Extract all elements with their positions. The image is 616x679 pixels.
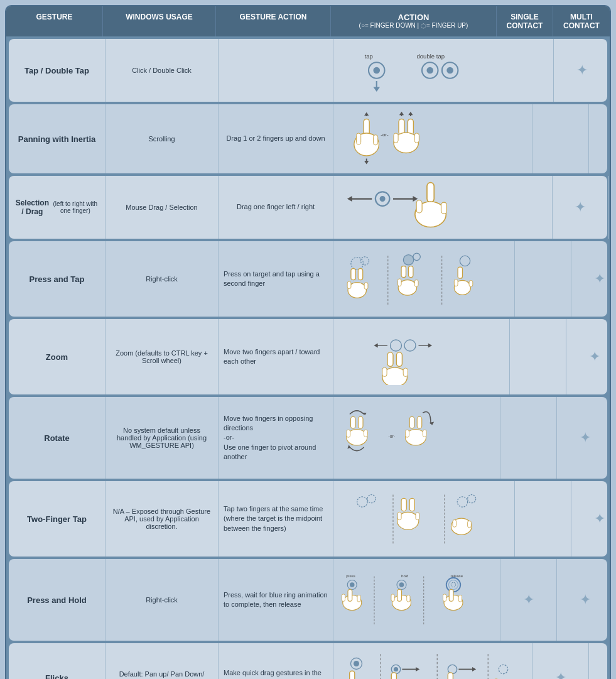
gesture-name: Panning with Inertia [9,104,105,173]
multi-contact: ✦ [566,319,611,394]
table-row: Two-Finger Tap N/A – Exposed through Ges… [9,481,607,557]
svg-rect-124 [350,671,355,679]
svg-rect-52 [414,280,418,287]
gesture-action [219,39,333,102]
star-icon: ✦ [576,62,588,79]
svg-rect-96 [453,520,457,527]
gesture-name: Press and Tap [9,241,105,317]
table-header: GESTURE WINDOWS USAGE GESTURE ACTION ACT… [6,6,610,36]
svg-rect-97 [468,521,472,528]
svg-rect-37 [441,202,447,214]
svg-point-38 [351,258,364,270]
svg-rect-12 [357,133,361,144]
gesture-table: GESTURE WINDOWS USAGE GESTURE ACTION ACT… [5,5,611,679]
svg-point-108 [399,582,404,587]
gesture-action: Drag one finger left / right [219,176,333,239]
svg-rect-22 [394,133,398,143]
multi-contact: ✦ [589,104,611,173]
table-row: Flicks Default: Pan up/ Pan Down/ Back, … [9,643,607,679]
gesture-action: Make quick drag gestures in the desired … [219,643,333,679]
svg-marker-17 [364,161,369,164]
gesture-action: Tap two fingers at the same time (where … [219,481,333,557]
gesture-visual [333,319,510,394]
header-gesture: GESTURE [6,6,103,36]
svg-point-117 [451,582,456,587]
svg-marker-140 [472,667,476,671]
multi-contact: ✦ [557,397,611,479]
single-contact: ✦ [554,39,610,102]
svg-rect-57 [454,280,458,286]
svg-rect-78 [409,416,414,428]
svg-text:tap: tap [365,53,373,60]
star-icon: ✦ [555,670,566,679]
svg-rect-49 [409,266,413,278]
gesture-name: Two-Finger Tap [9,481,105,557]
header-windows: WINDOWS USAGE [103,6,216,36]
gesture-visual: press hold [333,559,500,641]
gesture-visual [333,176,553,239]
svg-point-130 [394,667,398,671]
multi-contact: ✦ [571,241,611,317]
header-single: Single Contact [497,6,553,36]
svg-rect-43 [347,281,351,288]
svg-rect-66 [396,352,402,367]
svg-rect-74 [364,430,368,437]
windows-usage: No system default unless handled by Appl… [105,397,219,479]
svg-rect-119 [449,590,453,602]
gesture-name: Tap / Double Tap [9,39,105,102]
svg-rect-81 [406,430,409,437]
svg-point-93 [457,497,467,507]
svg-marker-29 [347,196,352,202]
svg-rect-87 [401,498,406,511]
svg-rect-142 [448,673,453,679]
gesture-visual [333,481,515,557]
svg-point-1 [373,67,380,74]
gesture-name: Press and Hold [9,559,105,641]
svg-rect-120 [443,594,446,601]
multi-contact: ✦ [557,559,611,641]
svg-point-123 [354,661,359,666]
svg-point-116 [449,580,458,590]
gesture-action: Press, wait for blue ring animation to c… [219,559,333,641]
svg-rect-41 [358,269,362,280]
single-contact [515,241,571,317]
svg-rect-110 [397,590,402,602]
table-row: Panning with Inertia Scrolling Drag 1 or… [9,104,607,173]
star-icon: ✦ [580,592,591,608]
multi-contact: ✦ [589,643,611,679]
svg-point-8 [446,67,453,74]
svg-rect-104 [357,595,360,602]
gesture-action: Move two fingers apart / toward each oth… [219,319,333,394]
svg-marker-15 [364,112,369,116]
gesture-action: Move two fingers in opposing directions-… [219,397,333,479]
svg-text:-or-: -or- [381,132,389,138]
svg-text:hold: hold [401,574,408,578]
svg-rect-102 [348,590,352,602]
svg-rect-44 [364,283,368,290]
svg-point-60 [404,340,416,351]
table-row: Press and Hold Right-click Press, wait f… [9,559,607,641]
gesture-action: Press on target and tap using a second f… [219,241,333,317]
svg-point-59 [391,340,402,351]
header-visual: ACTION (○= finger down | ◌= finger up) [331,6,497,36]
gesture-visual: -or- [333,104,532,173]
svg-point-6 [426,67,433,74]
star-icon: ✦ [575,199,586,215]
multi-contact [609,176,612,239]
svg-point-39 [360,257,369,265]
header-multi: Multi Contact [553,6,610,36]
single-contact: ✦ [532,643,589,679]
gesture-name: Zoom [9,319,105,394]
svg-rect-51 [397,279,401,286]
gesture-visual: tap double tap [333,39,554,102]
svg-rect-36 [416,200,422,213]
svg-point-100 [350,582,355,587]
svg-rect-71 [359,416,364,428]
svg-rect-40 [351,269,355,280]
windows-usage: Zoom (defaults to CTRL key + Scroll whee… [105,319,219,394]
header-action: GESTURE ACTION [216,6,331,36]
svg-rect-73 [347,430,350,437]
svg-text:-or-: -or- [389,434,396,438]
svg-rect-112 [407,595,410,602]
table-row: Press and Tap Right-click Press on targe… [9,241,607,317]
